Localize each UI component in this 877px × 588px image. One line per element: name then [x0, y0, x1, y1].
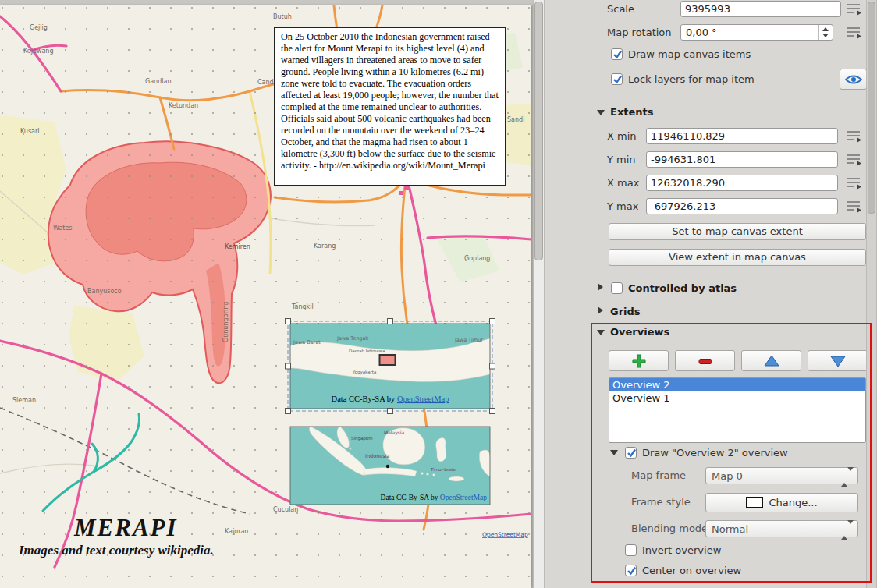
eye-icon — [845, 74, 862, 85]
arrow-up-icon — [763, 354, 780, 368]
invert-overview-checkbox[interactable] — [625, 544, 637, 556]
inset2-merapi-dot — [386, 465, 389, 468]
extents-header[interactable]: Extents — [610, 106, 654, 118]
inset2-attribution: Data CC-By-SA by OpenStreetMap — [381, 494, 488, 501]
add-overview-button[interactable] — [609, 350, 669, 371]
composition-page[interactable]: Butuh Gejlig Kejawang Gandlan Candran Ke… — [0, 5, 531, 588]
y-min-label: Y min — [607, 154, 636, 165]
set-to-map-canvas-extent-button[interactable]: Set to map canvas extent — [609, 223, 866, 240]
panel-scrollbar-thumb[interactable] — [868, 2, 875, 214]
place-label: Banyusoco — [87, 288, 122, 295]
place-label: Gejlig — [30, 24, 48, 31]
map-title-label[interactable]: MERAPI — [74, 514, 178, 542]
map-rotation-label: Map rotation — [607, 27, 672, 38]
y-min-input[interactable] — [646, 151, 838, 168]
x-max-label: X max — [607, 177, 639, 189]
frame-style-swatch — [746, 497, 763, 508]
overviews-list[interactable]: Overview 2 Overview 1 — [609, 377, 866, 443]
rotation-data-defined-icon[interactable] — [846, 25, 865, 41]
x-min-data-defined-icon[interactable] — [846, 129, 865, 144]
draw-map-canvas-items-label: Draw map canvas items — [628, 48, 751, 60]
change-button-label: Change... — [769, 497, 817, 508]
place-label: Goplang — [464, 255, 490, 262]
inset1-osm-link: OpenStreetMap — [397, 395, 449, 403]
blending-mode-label: Blending mode — [631, 522, 708, 534]
y-max-input[interactable] — [646, 198, 838, 214]
x-max-data-defined-icon[interactable] — [846, 175, 865, 191]
draw-map-canvas-items-checkbox[interactable] — [611, 48, 623, 60]
x-min-input[interactable] — [646, 128, 838, 144]
plus-icon — [631, 353, 647, 369]
lock-layers-checkbox[interactable] — [611, 73, 623, 85]
move-overview-down-button[interactable] — [808, 350, 868, 371]
remove-overview-button[interactable] — [675, 350, 735, 371]
frame-style-label: Frame style — [631, 496, 691, 508]
place-label: Sandi — [507, 116, 524, 123]
place-label: Ketundan — [169, 102, 198, 109]
annotation-text-box[interactable]: On 25 October 2010 the Indonesian govern… — [274, 27, 506, 186]
panel-vertical-scrollbar[interactable] — [866, 0, 877, 588]
view-extent-in-map-canvas-button[interactable]: View extent in map canvas — [609, 249, 866, 266]
minus-icon — [698, 353, 713, 369]
y-max-data-defined-icon[interactable] — [846, 199, 865, 214]
layer-preview-button[interactable] — [840, 69, 867, 90]
svg-text:Jawa Barat: Jawa Barat — [293, 339, 321, 345]
spinner-arrows[interactable] — [818, 25, 833, 40]
composer-canvas[interactable]: Butuh Gejlig Kejawang Gandlan Candran Ke… — [0, 0, 533, 588]
draw-overview-collapse-icon[interactable] — [610, 450, 618, 455]
draw-overview-checkbox[interactable] — [625, 447, 637, 459]
map-frame-combobox[interactable]: Map 0 — [705, 467, 858, 484]
scale-input[interactable] — [680, 1, 841, 17]
spin-down-icon[interactable] — [822, 34, 829, 37]
combo-arrows-icon — [841, 471, 854, 483]
combo-arrows-icon — [841, 524, 854, 536]
overview-list-item[interactable]: Overview 1 — [609, 391, 865, 405]
x-min-label: X min — [607, 130, 637, 142]
place-label: Gandlan — [145, 78, 171, 85]
map-rotation-value: 0,00 ° — [686, 27, 717, 38]
lock-layers-label: Lock layers for map item — [628, 73, 755, 85]
map-frame-label: Map frame — [631, 469, 686, 481]
atlas-collapse-icon[interactable] — [598, 283, 603, 291]
frame-style-change-button[interactable]: Change... — [705, 493, 858, 512]
scale-data-defined-icon[interactable] — [846, 2, 865, 17]
panel-splitter[interactable] — [545, 0, 588, 588]
spin-up-icon[interactable] — [822, 27, 829, 31]
svg-text:Jawa Timur: Jawa Timur — [454, 337, 483, 343]
overviews-collapse-icon[interactable] — [597, 330, 605, 335]
blending-mode-combobox[interactable]: Normal — [705, 520, 858, 537]
center-on-overview-checkbox[interactable] — [625, 565, 637, 576]
x-max-input[interactable] — [646, 175, 838, 191]
controlled-by-atlas-header[interactable]: Controlled by atlas — [628, 282, 737, 294]
canvas-vertical-scrollbar[interactable] — [533, 0, 545, 588]
overview-list-item[interactable]: Overview 2 — [609, 378, 865, 391]
blending-mode-value: Normal — [712, 523, 748, 535]
canvas-scrollbar-thumb[interactable] — [534, 2, 543, 260]
place-label: Wates — [53, 225, 73, 232]
place-label: Kemiren — [225, 243, 250, 250]
y-max-label: Y max — [607, 200, 638, 212]
inset1-madura — [468, 342, 487, 349]
overviews-header[interactable]: Overviews — [610, 326, 669, 338]
grids-collapse-icon[interactable] — [598, 306, 603, 314]
center-on-overview-label: Center on overview — [642, 565, 741, 576]
map-rotation-spinbox[interactable]: 0,00 ° — [680, 24, 833, 41]
place-label: Kejawang — [23, 48, 54, 55]
place-label: Sleman — [12, 397, 36, 404]
controlled-by-atlas-checkbox[interactable] — [611, 282, 623, 294]
scale-label: Scale — [607, 3, 634, 15]
overview-map-item-1[interactable]: Jawa Barat Jawa Tengah Daerah Istimewa Y… — [290, 324, 490, 409]
svg-text:Timor-Leste: Timor-Leste — [430, 467, 456, 472]
y-min-data-defined-icon[interactable] — [846, 152, 865, 168]
move-overview-up-button[interactable] — [741, 350, 801, 371]
map-subtitle-label[interactable]: Images and text courtesy wikipedia. — [19, 543, 214, 558]
svg-text:Malaysia: Malaysia — [384, 430, 405, 436]
extents-collapse-icon[interactable] — [597, 110, 605, 115]
svg-text:Indonesia: Indonesia — [365, 453, 389, 459]
draw-overview-label: Draw "Overview 2" overview — [642, 447, 788, 459]
osm-attribution-link[interactable]: OpenStreetMap — [482, 531, 528, 538]
item-properties-panel: Scale Map rotation 0,00 ° Draw map canva… — [587, 0, 866, 588]
overview-map-item-2[interactable]: Singapore Malaysia Indonesia Timor-Leste… — [290, 427, 490, 505]
grids-header[interactable]: Grids — [610, 306, 641, 317]
place-label: Cuculan — [273, 506, 298, 513]
